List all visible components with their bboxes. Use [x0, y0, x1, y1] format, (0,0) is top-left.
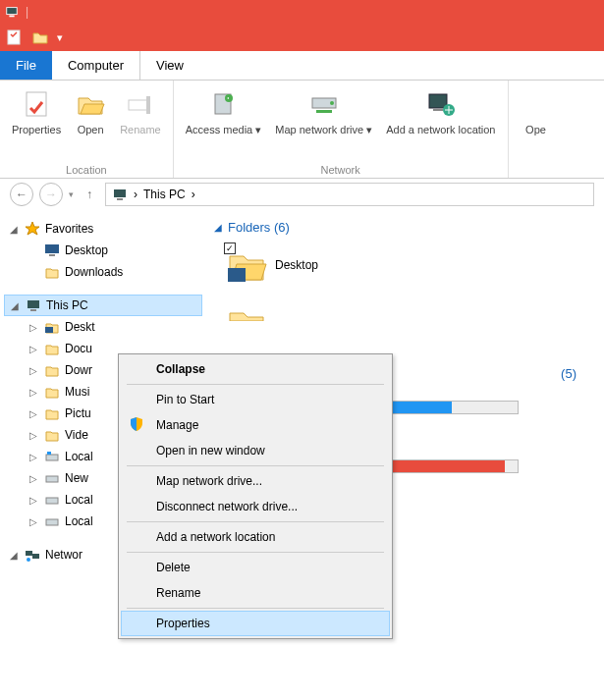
tree-label: Docu	[65, 342, 92, 355]
ctx-separator	[127, 608, 384, 609]
svg-rect-29	[228, 268, 246, 282]
tree-label: Local	[65, 493, 93, 507]
ctx-rename[interactable]: Rename	[121, 580, 390, 606]
shield-icon	[129, 416, 146, 434]
svg-rect-4	[129, 100, 148, 110]
ctx-separator	[127, 552, 384, 553]
rename-icon	[125, 88, 156, 120]
computer-icon	[25, 296, 42, 314]
svg-rect-2	[8, 30, 20, 44]
expand-icon[interactable]: ▷	[27, 408, 39, 419]
qa-folder-icon[interactable]	[31, 28, 49, 46]
open-button[interactable]: Open	[69, 84, 112, 140]
tree-fav-desktop[interactable]: Desktop	[4, 240, 202, 261]
address-crumb-this-pc[interactable]: This PC	[143, 188, 186, 201]
tree-favorites[interactable]: ◢ Favorites	[4, 218, 202, 240]
ribbon: Properties Open Rename Location	[0, 81, 604, 179]
network-icon	[24, 546, 41, 564]
ctx-properties[interactable]: Properties	[121, 611, 390, 636]
network-drive-icon	[308, 88, 340, 120]
ctx-delete[interactable]: Delete	[121, 555, 390, 580]
svg-rect-14	[114, 189, 126, 197]
tab-view[interactable]: View	[140, 51, 199, 80]
map-network-drive-button[interactable]: Map network drive ▾	[269, 84, 378, 140]
tab-file[interactable]: File	[0, 51, 52, 80]
folder-icon	[43, 426, 61, 444]
folder-icon	[43, 404, 61, 422]
svg-rect-23	[46, 476, 58, 482]
collapse-icon[interactable]: ◢	[9, 300, 21, 311]
tree-label: Pictu	[65, 406, 91, 420]
svg-point-28	[27, 558, 30, 562]
tab-computer[interactable]: Computer	[52, 51, 140, 80]
folder-item-partial[interactable]	[214, 297, 596, 354]
collapse-icon[interactable]: ◢	[8, 550, 20, 561]
desktop-icon	[43, 242, 61, 259]
svg-rect-26	[26, 551, 32, 556]
svg-point-10	[330, 101, 334, 105]
expand-icon[interactable]: ▷	[27, 344, 39, 354]
downloads-icon	[43, 263, 61, 281]
open-cut-button[interactable]: Ope	[515, 84, 558, 140]
properties-icon	[21, 88, 52, 120]
ctx-map-network-drive[interactable]: Map network drive...	[121, 468, 390, 494]
ctx-pin-to-start[interactable]: Pin to Start	[121, 387, 390, 412]
expand-icon[interactable]: ▷	[27, 473, 39, 484]
folder-large-icon: ✓	[226, 244, 267, 286]
drive-icon	[43, 469, 61, 487]
collapse-icon[interactable]: ◢	[8, 224, 20, 235]
expand-icon[interactable]: ▷	[27, 452, 39, 462]
add-network-location-button[interactable]: Add a network location	[380, 84, 501, 140]
svg-rect-1	[9, 16, 14, 18]
ctx-manage[interactable]: Manage	[121, 412, 390, 438]
up-button[interactable]: ↑	[80, 185, 99, 204]
recent-dropdown-icon[interactable]: ▾	[69, 189, 74, 199]
svg-rect-15	[117, 198, 123, 200]
access-media-button[interactable]: Access media ▾	[180, 84, 268, 140]
svg-rect-24	[46, 498, 58, 504]
drive-icon	[43, 491, 61, 509]
qa-dropdown-icon[interactable]: ▾	[57, 31, 63, 44]
svg-rect-0	[7, 8, 18, 15]
tree-desktop[interactable]: ▷Deskt	[4, 316, 202, 338]
ctx-disconnect-network-drive[interactable]: Disconnect network drive...	[121, 494, 390, 519]
svg-rect-19	[30, 309, 36, 311]
ctx-open-new-window[interactable]: Open in new window	[121, 438, 390, 463]
system-icon	[4, 4, 20, 20]
checkbox-icon[interactable]: ✓	[224, 242, 236, 254]
tree-fav-downloads[interactable]: Downloads	[4, 261, 202, 283]
ctx-add-network-location[interactable]: Add a network location	[121, 524, 390, 550]
expand-icon[interactable]: ▷	[27, 430, 39, 441]
svg-rect-12	[433, 109, 443, 111]
svg-rect-9	[316, 110, 332, 113]
tree-this-pc[interactable]: ◢ This PC	[4, 295, 202, 316]
tree-label: Favorites	[45, 222, 93, 236]
expand-icon[interactable]: ▷	[27, 322, 39, 333]
svg-rect-18	[27, 300, 39, 308]
titlebar-divider: |	[26, 5, 28, 19]
folder-item-desktop[interactable]: ✓ Desktop	[214, 241, 596, 297]
qa-properties-icon[interactable]	[6, 28, 24, 46]
navigation-bar: ← → ▾ ↑ › This PC ›	[0, 179, 604, 210]
quick-access-toolbar: ▾	[0, 24, 604, 51]
expand-icon[interactable]: ▷	[27, 365, 39, 376]
svg-rect-22	[47, 452, 51, 455]
network-location-icon	[425, 88, 457, 120]
folder-icon	[43, 318, 61, 336]
address-bar[interactable]: › This PC ›	[105, 183, 594, 206]
ctx-collapse[interactable]: Collapse	[121, 356, 390, 382]
address-sep-icon[interactable]: ›	[134, 188, 137, 201]
star-icon	[24, 220, 41, 238]
folders-section-header[interactable]: ◢ Folders (6)	[214, 218, 596, 241]
open-folder-icon	[75, 88, 106, 120]
expand-icon[interactable]: ▷	[27, 495, 39, 506]
expand-icon[interactable]: ▷	[27, 516, 39, 527]
folder-icon	[43, 340, 61, 357]
folder-label: Desktop	[275, 258, 318, 272]
properties-button[interactable]: Properties	[6, 84, 67, 140]
address-sep-icon[interactable]: ›	[192, 188, 195, 201]
back-button[interactable]: ←	[10, 183, 33, 206]
tree-label: Local	[65, 450, 93, 463]
computer-icon	[112, 187, 128, 202]
expand-icon[interactable]: ▷	[27, 387, 39, 398]
